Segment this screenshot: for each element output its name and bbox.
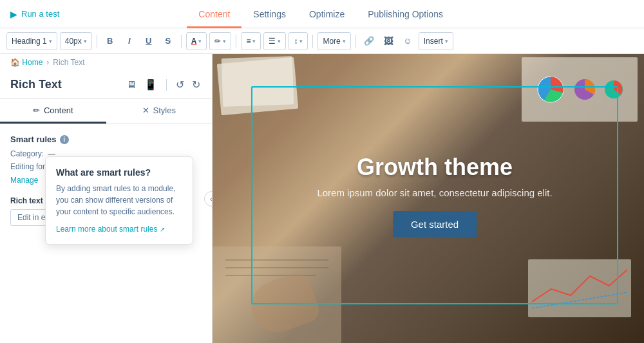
highlight-chevron: ▾: [223, 38, 226, 44]
image-button[interactable]: 🖼: [380, 33, 397, 50]
tab-content-sidebar[interactable]: ✏ Content: [0, 99, 106, 124]
more-button[interactable]: More ▾: [317, 32, 350, 50]
run-test-label: Run a test: [21, 9, 59, 19]
tab-settings[interactable]: Settings: [242, 0, 298, 28]
toolbar-separator-2: [181, 35, 182, 48]
category-label: Category:: [10, 149, 44, 158]
tab-styles-sidebar[interactable]: ✕ Styles: [106, 99, 213, 124]
heading-selector[interactable]: Heading 1 ▾: [6, 32, 57, 50]
main-tabs: Content Settings Optimize Publishing Opt…: [187, 0, 455, 28]
external-link-icon: ↗: [160, 226, 165, 233]
list-icon: ☰: [269, 37, 276, 46]
selected-content-box[interactable]: Growth theme Lorem ipsum dolor sit amet,…: [251, 86, 618, 304]
smart-rules-section: Smart rules i: [10, 134, 202, 144]
line-height-icon: ↕: [294, 37, 298, 46]
font-color-icon: A: [191, 37, 197, 46]
preview-cta-button[interactable]: Get started: [393, 211, 477, 237]
align-icon: ≡: [246, 37, 251, 46]
font-size-label: 40px: [65, 37, 82, 46]
font-size-chevron: ▾: [84, 38, 87, 44]
underline-button[interactable]: U: [140, 33, 157, 50]
manage-link[interactable]: Manage: [10, 176, 38, 185]
preview-background: Growth theme Lorem ipsum dolor sit amet,…: [213, 54, 644, 343]
list-button[interactable]: ☰ ▾: [263, 32, 286, 50]
sidebar-content: Smart rules i Category: — Editing for: —…: [0, 124, 212, 343]
line-height-chevron: ▾: [299, 38, 303, 44]
tab-content[interactable]: Content: [187, 0, 242, 28]
desktop-view-button[interactable]: 🖥: [125, 78, 138, 92]
toolbar-separator-4: [312, 35, 313, 48]
home-icon: 🏠: [10, 58, 20, 67]
sidebar-tabs: ✏ Content ✕ Styles: [0, 99, 212, 124]
breadcrumb-separator: ›: [46, 58, 49, 67]
emoji-button[interactable]: ☺: [399, 33, 416, 50]
italic-button[interactable]: I: [121, 33, 138, 50]
toolbar-separator-3: [236, 35, 236, 48]
toolbar-separator-1: [97, 35, 97, 48]
mobile-view-button[interactable]: 📱: [143, 77, 158, 92]
preview-hero-content: Growth theme Lorem ipsum dolor sit amet,…: [270, 154, 598, 237]
sidebar-view-controls: 🖥 📱 ↺ ↻: [125, 77, 202, 92]
run-test-button[interactable]: ▶ Run a test: [10, 9, 59, 19]
list-chevron: ▾: [278, 38, 281, 44]
tab-optimize[interactable]: Optimize: [298, 0, 356, 28]
smart-rules-label-text: Smart rules: [10, 134, 57, 144]
font-color-chevron: ▾: [198, 38, 202, 44]
bold-button[interactable]: B: [102, 33, 118, 50]
smart-rules-popup: What are smart rules? By adding smart ru…: [45, 156, 193, 245]
more-label: More: [323, 37, 340, 46]
insert-label: Insert: [424, 37, 443, 46]
line-height-button[interactable]: ↕ ▾: [289, 32, 308, 50]
main-layout: 🏠 Home › Rich Text Rich Text 🖥 📱 ↺ ↻ ✏ C…: [0, 54, 644, 343]
popup-text: By adding smart rules to a module, you c…: [56, 183, 182, 218]
align-chevron: ▾: [252, 38, 256, 44]
popup-title: What are smart rules?: [56, 167, 182, 178]
popup-learn-more-link[interactable]: Learn more about smart rules ↗: [56, 225, 165, 234]
smart-rules-info-icon[interactable]: i: [60, 135, 69, 144]
top-navigation: ▶ Run a test Content Settings Optimize P…: [0, 0, 644, 28]
align-button[interactable]: ≡ ▾: [241, 32, 261, 50]
toolbar-separator-5: [355, 35, 356, 48]
pencil-icon: ✏: [33, 106, 40, 115]
font-color-button[interactable]: A ▾: [186, 32, 207, 50]
view-controls-separator: [166, 79, 167, 91]
strikethrough-button[interactable]: S: [160, 33, 176, 50]
heading-chevron: ▾: [49, 38, 52, 44]
rich-text-toolbar: Heading 1 ▾ 40px ▾ B I U S A ▾ ✏ ▾ ≡ ▾ ☰…: [0, 28, 644, 54]
more-chevron: ▾: [343, 38, 346, 44]
sidebar-header: Rich Text 🖥 📱 ↺ ↻: [0, 71, 212, 99]
preview-subtext: Lorem ipsum dolor sit amet, consectetur …: [270, 187, 598, 198]
highlight-button[interactable]: ✏ ▾: [209, 32, 231, 50]
font-size-selector[interactable]: 40px ▾: [60, 32, 92, 50]
tab-publishing-options[interactable]: Publishing Options: [356, 0, 455, 28]
preview-area: Growth theme Lorem ipsum dolor sit amet,…: [213, 54, 644, 343]
breadcrumb-current: Rich Text: [53, 58, 84, 67]
run-test-icon: ▶: [10, 9, 17, 19]
preview-heading: Growth theme: [270, 154, 598, 181]
breadcrumb: 🏠 Home › Rich Text: [0, 54, 212, 71]
undo-button[interactable]: ↺: [175, 77, 185, 92]
redo-button[interactable]: ↻: [191, 77, 202, 92]
x-icon: ✕: [142, 106, 149, 115]
heading-label: Heading 1: [12, 37, 47, 46]
editing-for-label: Editing for:: [10, 162, 47, 171]
highlight-icon: ✏: [214, 37, 221, 46]
sidebar: 🏠 Home › Rich Text Rich Text 🖥 📱 ↺ ↻ ✏ C…: [0, 54, 213, 343]
sidebar-title: Rich Text: [10, 78, 62, 91]
insert-button[interactable]: Insert ▾: [419, 32, 453, 50]
insert-chevron: ▾: [445, 38, 448, 44]
breadcrumb-home-link[interactable]: 🏠 Home: [10, 58, 43, 67]
link-button[interactable]: 🔗: [361, 33, 377, 50]
